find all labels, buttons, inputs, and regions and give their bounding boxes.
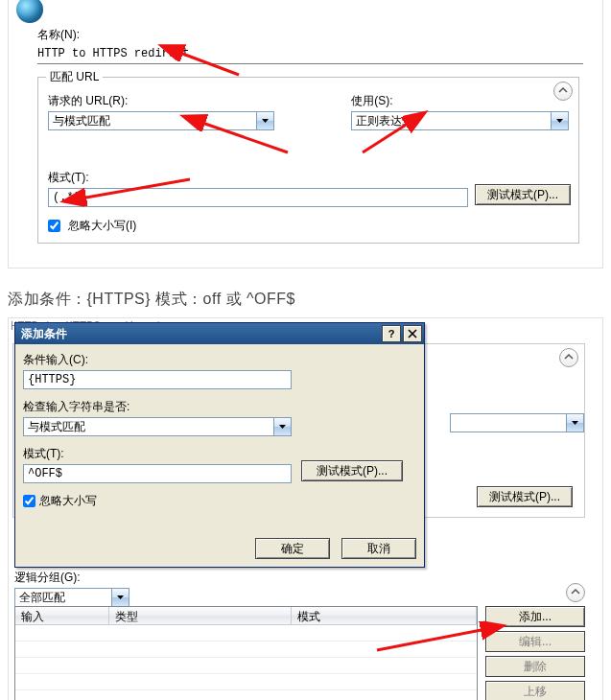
ignore-case-checkbox[interactable] — [48, 220, 60, 232]
delete-condition-button[interactable]: 删除 — [485, 656, 585, 677]
match-url-fieldset: 匹配 URL 请求的 URL(R): 与模式匹配 使用(S): — [37, 77, 579, 244]
close-button[interactable] — [403, 325, 422, 342]
check-select[interactable]: 与模式匹配 — [23, 417, 292, 436]
dlg-pattern-input[interactable] — [23, 464, 292, 483]
chevron-down-icon — [273, 418, 291, 435]
col-pattern[interactable]: 模式 — [292, 607, 477, 624]
cancel-button[interactable]: 取消 — [341, 538, 416, 559]
add-condition-dialog: 添加条件 ? 条件输入(C): 检查输入字符串是否: 与模式匹配 — [14, 322, 425, 568]
col-input[interactable]: 输入 — [15, 607, 109, 624]
name-label: 名称(N): — [37, 27, 583, 43]
logic-group-select[interactable]: 全部匹配 — [14, 588, 129, 607]
conditions-table[interactable]: 输入 类型 模式 — [14, 606, 478, 700]
dlg-test-pattern-button[interactable]: 测试模式(P)... — [301, 460, 403, 481]
name-input[interactable] — [37, 45, 583, 64]
use-select-bg[interactable] — [450, 413, 584, 432]
test-pattern-button[interactable]: 测试模式(P)... — [475, 184, 571, 205]
table-row[interactable] — [15, 625, 477, 642]
table-row[interactable] — [15, 658, 477, 674]
test-pattern-button-bg[interactable]: 测试模式(P)... — [477, 486, 573, 507]
col-type[interactable]: 类型 — [109, 607, 292, 624]
dialog-titlebar[interactable]: 添加条件 ? — [15, 323, 424, 344]
use-label: 使用(S): — [351, 93, 569, 109]
help-button[interactable]: ? — [382, 325, 401, 342]
pattern-input[interactable] — [48, 188, 468, 207]
rule-editor-panel: 名称(N): 匹配 URL 请求的 URL(R): 与模式匹配 — [8, 0, 603, 268]
caption-text: 添加条件：{HTTPS} 模式：off 或 ^OFF$ — [8, 290, 603, 310]
ok-button[interactable]: 确定 — [255, 538, 330, 559]
chevron-down-icon — [566, 414, 583, 432]
check-label: 检查输入字符串是否: — [23, 399, 416, 415]
logic-group-label: 逻辑分组(G): — [14, 570, 585, 586]
collapse-button[interactable] — [566, 583, 585, 602]
requested-url-select[interactable]: 与模式匹配 — [48, 111, 274, 130]
close-icon — [408, 329, 417, 338]
dlg-ignore-case-checkbox[interactable] — [23, 495, 35, 507]
dlg-ignore-case-label: 忽略大小写 — [39, 493, 97, 509]
globe-icon — [16, 0, 43, 23]
chevron-down-icon — [551, 112, 568, 129]
table-row[interactable] — [15, 642, 477, 658]
use-select[interactable]: 正则表达式 — [351, 111, 569, 130]
conditions-panel: HTTP to HTTPS redirect 测试模式(P)... 逻辑分组(G… — [8, 317, 603, 700]
collapse-button[interactable] — [559, 348, 578, 367]
cond-input-label: 条件输入(C): — [23, 352, 416, 368]
table-row[interactable] — [15, 674, 477, 690]
requested-url-label: 请求的 URL(R): — [48, 93, 274, 109]
ignore-case-label: 忽略大小写(I) — [68, 218, 136, 234]
edit-condition-button[interactable]: 编辑... — [485, 631, 585, 652]
table-row[interactable] — [15, 690, 477, 700]
chevron-down-icon — [256, 112, 273, 129]
move-up-button[interactable]: 上移 — [485, 681, 585, 700]
add-condition-button[interactable]: 添加... — [485, 606, 585, 627]
chevron-down-icon — [111, 589, 129, 606]
cond-input-field[interactable] — [23, 370, 292, 389]
match-url-legend: 匹配 URL — [46, 69, 103, 85]
dialog-title-text: 添加条件 — [21, 326, 67, 342]
